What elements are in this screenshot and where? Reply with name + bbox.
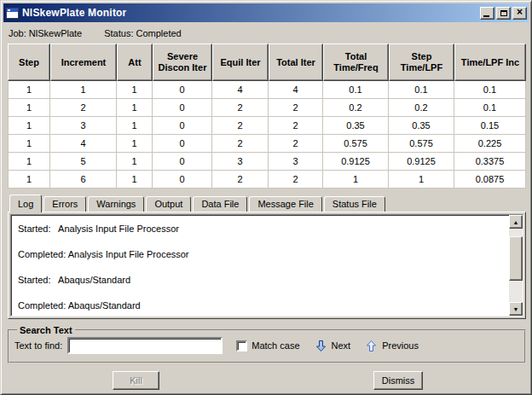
table-cell: 1 bbox=[323, 171, 389, 189]
scroll-up-button[interactable]: ▲ bbox=[509, 215, 523, 229]
tab-log[interactable]: Log bbox=[9, 195, 42, 212]
column-header-severe-discon-iter: Severe Discon Iter bbox=[153, 44, 212, 81]
tab-data-file[interactable]: Data File bbox=[193, 196, 247, 212]
table-cell: 0 bbox=[153, 135, 212, 153]
tab-content-panel: Started: Analysis Input File ProcessorCo… bbox=[8, 212, 526, 319]
window-controls: × bbox=[480, 7, 527, 20]
table-cell: 2 bbox=[212, 171, 269, 189]
monitor-window: NlSkewPlate Monitor × Job: NlSkewPlateSt… bbox=[0, 0, 532, 395]
dismiss-button[interactable]: Dismiss bbox=[373, 371, 423, 390]
maximize-icon bbox=[500, 10, 507, 16]
table-cell: 1 bbox=[117, 135, 153, 153]
table-cell: 0 bbox=[153, 81, 212, 99]
search-row: Text to find: Match case Next Previous bbox=[14, 334, 519, 357]
table-cell: 2 bbox=[269, 135, 323, 153]
column-header-step-time-lpf: Step Time/LPF bbox=[389, 44, 454, 81]
table-cell: 0.1 bbox=[389, 81, 454, 99]
table-cell: 0.1 bbox=[454, 99, 526, 117]
action-button-row: Kill Dismiss bbox=[3, 363, 529, 394]
table-cell: 1 bbox=[117, 117, 153, 135]
down-arrow-icon bbox=[315, 340, 327, 352]
app-window-icon[interactable] bbox=[6, 8, 19, 19]
table-cell: 0.15 bbox=[454, 117, 526, 135]
table-cell: 1 bbox=[8, 117, 50, 135]
match-case-label: Match case bbox=[252, 340, 299, 351]
table-row: 1410220.5750.5750.225 bbox=[8, 135, 526, 153]
table-cell: 0.2 bbox=[323, 99, 389, 117]
kill-button[interactable]: Kill bbox=[113, 371, 159, 390]
table-cell: 0.575 bbox=[389, 135, 454, 153]
scrollbar-track[interactable] bbox=[509, 229, 523, 302]
log-view: Started: Analysis Input File ProcessorCo… bbox=[10, 214, 523, 317]
window-title: NlSkewPlate Monitor bbox=[22, 7, 480, 19]
table-cell: 1 bbox=[50, 81, 117, 99]
table-cell: 0.9125 bbox=[389, 153, 454, 171]
maximize-button[interactable] bbox=[496, 7, 511, 20]
up-arrow-icon bbox=[366, 340, 377, 352]
search-input[interactable] bbox=[67, 337, 223, 354]
table-cell: 3 bbox=[212, 153, 269, 171]
next-button[interactable]: Next bbox=[315, 340, 351, 352]
table-cell: 0.3375 bbox=[454, 153, 526, 171]
table-row: 1210220.20.20.1 bbox=[8, 99, 526, 117]
table-cell: 2 bbox=[269, 171, 323, 189]
tab-bar: LogErrorsWarningsOutputData FileMessage … bbox=[8, 194, 529, 212]
scroll-down-icon: ▼ bbox=[513, 306, 519, 312]
scroll-up-icon: ▲ bbox=[513, 219, 519, 225]
table-row: 1310220.350.350.15 bbox=[8, 117, 526, 135]
log-line: Started: Abaqus/Standard bbox=[18, 275, 509, 286]
table-row: 161022110.0875 bbox=[8, 171, 526, 189]
minimize-button[interactable] bbox=[480, 7, 494, 20]
table-row: 1510330.91250.91250.3375 bbox=[8, 153, 526, 171]
table-cell: 1 bbox=[117, 171, 153, 189]
table-cell: 0.2 bbox=[389, 99, 454, 117]
tab-warnings[interactable]: Warnings bbox=[88, 196, 144, 212]
log-line: Completed: Analysis Input File Processor bbox=[18, 249, 509, 260]
title-bar[interactable]: NlSkewPlate Monitor × bbox=[3, 3, 529, 22]
status-value: Completed bbox=[136, 28, 182, 38]
next-label: Next bbox=[332, 340, 351, 351]
table-cell: 0.575 bbox=[323, 135, 389, 153]
column-header-increment: Increment bbox=[50, 44, 117, 81]
table-cell: 5 bbox=[50, 153, 117, 171]
match-case-checkbox[interactable] bbox=[236, 340, 247, 351]
table-cell: 1 bbox=[8, 135, 50, 153]
table-cell: 0.225 bbox=[454, 135, 526, 153]
table-cell: 0.0875 bbox=[454, 171, 526, 189]
table-cell: 0 bbox=[153, 99, 212, 117]
previous-button[interactable]: Previous bbox=[366, 340, 419, 352]
tab-message-file[interactable]: Message File bbox=[249, 196, 321, 212]
table-cell: 2 bbox=[212, 117, 269, 135]
close-icon: × bbox=[517, 7, 523, 17]
table-cell: 1 bbox=[117, 153, 153, 171]
scroll-down-button[interactable]: ▼ bbox=[509, 302, 523, 316]
search-group-title: Search Text bbox=[17, 325, 75, 335]
column-header-time-lpf-inc: Time/LPF Inc bbox=[454, 44, 526, 81]
log-line: Started: Analysis Input File Processor bbox=[18, 224, 509, 235]
table-cell: 0.1 bbox=[454, 81, 526, 99]
table-body: 1110440.10.10.11210220.20.20.11310220.35… bbox=[8, 81, 526, 189]
column-header-total-time-freq: Total Time/Freq bbox=[323, 44, 389, 81]
table-cell: 4 bbox=[212, 81, 269, 99]
table-cell: 0.9125 bbox=[323, 153, 389, 171]
table-cell: 0 bbox=[153, 171, 212, 189]
job-status-line: Job: NlSkewPlateStatus: Completed bbox=[3, 22, 529, 41]
table-cell: 1 bbox=[8, 153, 50, 171]
table-cell: 4 bbox=[50, 135, 117, 153]
tab-output[interactable]: Output bbox=[146, 196, 191, 212]
table-row: 1110440.10.10.1 bbox=[8, 81, 526, 99]
scrollbar-thumb[interactable] bbox=[509, 236, 523, 281]
search-text-group: Search Text Text to find: Match case Nex… bbox=[8, 325, 526, 363]
table-cell: 2 bbox=[269, 117, 323, 135]
table-cell: 1 bbox=[8, 99, 50, 117]
table-cell: 0 bbox=[153, 117, 212, 135]
close-button[interactable]: × bbox=[512, 7, 527, 20]
tab-status-file[interactable]: Status File bbox=[324, 196, 385, 212]
table-cell: 1 bbox=[389, 171, 454, 189]
table-cell: 2 bbox=[269, 99, 323, 117]
table-cell: 1 bbox=[117, 81, 153, 99]
vertical-scrollbar[interactable]: ▲ ▼ bbox=[509, 215, 523, 316]
tab-errors[interactable]: Errors bbox=[43, 196, 86, 212]
table-header-row: StepIncrementAttSevere Discon IterEquil … bbox=[8, 44, 526, 81]
text-to-find-label: Text to find: bbox=[14, 340, 62, 351]
